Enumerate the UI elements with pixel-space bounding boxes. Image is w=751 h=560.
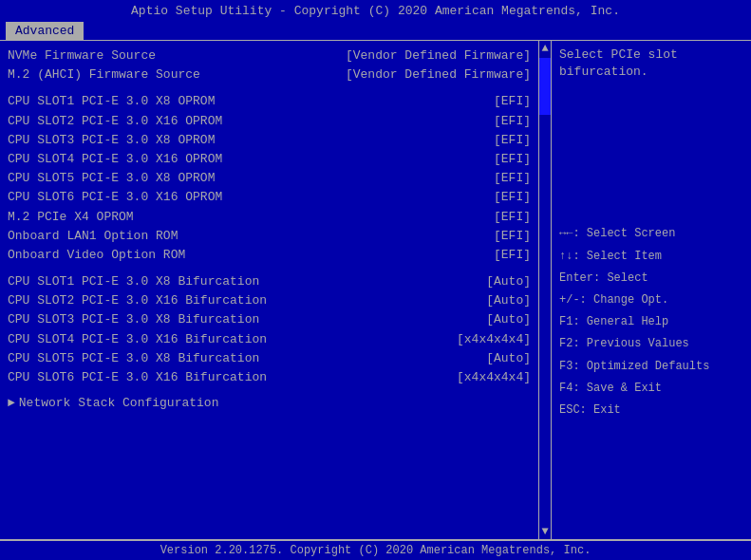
menu-label-1: M.2 (AHCI) Firmware Source [8, 66, 200, 84]
tab-advanced[interactable]: Advanced [6, 22, 84, 40]
help-key-2: Enter: Select [559, 270, 743, 288]
menu-label-6: CPU SLOT4 PCI-E 3.0 X16 OPROM [8, 151, 222, 168]
menu-value-9: [EFI] [494, 209, 531, 226]
help-key-5: F2: Previous Values [559, 335, 743, 353]
menu-row-18[interactable]: CPU SLOT6 PCI-E 3.0 X16 Bifurcation[x4x4… [8, 368, 531, 387]
menu-row-15[interactable]: CPU SLOT3 PCI-E 3.0 X8 Bifurcation[Auto] [8, 310, 531, 329]
scrollbar[interactable]: ▲ ▼ [538, 41, 552, 539]
menu-label-10: Onboard LAN1 Option ROM [8, 228, 178, 245]
menu-value-7: [EFI] [494, 170, 531, 187]
menu-row-8[interactable]: CPU SLOT6 PCI-E 3.0 X16 OPROM[EFI] [8, 188, 531, 207]
menu-spacer-12 [8, 265, 531, 272]
menu-value-6: [EFI] [494, 151, 531, 168]
menu-row-6[interactable]: CPU SLOT4 PCI-E 3.0 X16 OPROM[EFI] [8, 150, 531, 169]
help-text: Select PCIe slot bifurcation. [559, 47, 743, 81]
menu-value-17: [Auto] [486, 350, 531, 367]
menu-row-7[interactable]: CPU SLOT5 PCI-E 3.0 X8 OPROM[EFI] [8, 169, 531, 188]
menu-row-4[interactable]: CPU SLOT2 PCI-E 3.0 X16 OPROM[EFI] [8, 112, 531, 131]
menu-label-7: CPU SLOT5 PCI-E 3.0 X8 OPROM [8, 170, 215, 187]
menu-label-9: M.2 PCIe X4 OPROM [8, 209, 134, 226]
menu-label-15: CPU SLOT3 PCI-E 3.0 X8 Bifurcation [8, 311, 259, 328]
help-keys-area: ↔←: Select Screen↑↓: Select ItemEnter: S… [559, 88, 743, 420]
menu-row-16[interactable]: CPU SLOT4 PCI-E 3.0 X16 Bifurcation[x4x4… [8, 330, 531, 349]
title-text: Aptio Setup Utility - Copyright (C) 2020… [131, 4, 620, 18]
menu-label-11: Onboard Video Option ROM [8, 247, 185, 264]
help-key-0: ↔←: Select Screen [559, 225, 743, 243]
menu-label-4: CPU SLOT2 PCI-E 3.0 X16 OPROM [8, 113, 222, 130]
menu-label-14: CPU SLOT2 PCI-E 3.0 X16 Bifurcation [8, 292, 267, 309]
help-key-3: +/-: Change Opt. [559, 291, 743, 309]
help-key-1: ↑↓: Select Item [559, 248, 743, 266]
menu-label-13: CPU SLOT1 PCI-E 3.0 X8 Bifurcation [8, 273, 259, 290]
menu-value-14: [Auto] [486, 292, 531, 309]
menu-row-5[interactable]: CPU SLOT3 PCI-E 3.0 X8 OPROM[EFI] [8, 131, 531, 150]
menu-row-10[interactable]: Onboard LAN1 Option ROM[EFI] [8, 227, 531, 246]
left-panel: NVMe Firmware Source[Vendor Defined Firm… [0, 41, 538, 539]
menu-spacer-19 [8, 387, 531, 395]
menu-label-3: CPU SLOT1 PCI-E 3.0 X8 OPROM [8, 93, 215, 110]
submenu-label: Network Stack Configuration [19, 396, 219, 410]
title-bar: Aptio Setup Utility - Copyright (C) 2020… [0, 0, 751, 20]
menu-value-16: [x4x4x4x4] [457, 331, 531, 348]
tab-bar: Advanced [0, 20, 751, 40]
menu-label-0: NVMe Firmware Source [8, 47, 156, 65]
help-key-7: F4: Save & Exit [559, 380, 743, 398]
footer: Version 2.20.1275. Copyright (C) 2020 Am… [0, 540, 751, 560]
menu-row-0[interactable]: NVMe Firmware Source[Vendor Defined Firm… [8, 47, 531, 65]
menu-value-0: [Vendor Defined Firmware] [346, 47, 531, 65]
scroll-thumb[interactable] [539, 58, 551, 115]
menu-row-3[interactable]: CPU SLOT1 PCI-E 3.0 X8 OPROM[EFI] [8, 92, 531, 111]
menu-label-17: CPU SLOT5 PCI-E 3.0 X8 Bifurcation [8, 350, 259, 367]
menu-value-10: [EFI] [494, 228, 531, 245]
submenu-arrow: ► [8, 396, 15, 410]
menu-value-11: [EFI] [494, 247, 531, 264]
menu-value-4: [EFI] [494, 113, 531, 130]
menu-row-11[interactable]: Onboard Video Option ROM[EFI] [8, 246, 531, 265]
menu-label-18: CPU SLOT6 PCI-E 3.0 X16 Bifurcation [8, 369, 267, 386]
menu-row-1[interactable]: M.2 (AHCI) Firmware Source[Vendor Define… [8, 65, 531, 84]
menu-spacer-2 [8, 84, 531, 92]
menu-value-8: [EFI] [494, 189, 531, 206]
menu-value-13: [Auto] [486, 273, 531, 290]
menu-row-17[interactable]: CPU SLOT5 PCI-E 3.0 X8 Bifurcation[Auto] [8, 349, 531, 368]
help-key-6: F3: Optimized Defaults [559, 358, 743, 376]
submenu-row-20[interactable]: ►Network Stack Configuration [8, 395, 531, 411]
footer-text: Version 2.20.1275. Copyright (C) 2020 Am… [160, 544, 591, 557]
menu-label-16: CPU SLOT4 PCI-E 3.0 X16 Bifurcation [8, 331, 267, 348]
right-panel: Select PCIe slot bifurcation. ↔←: Select… [552, 41, 751, 539]
menu-value-3: [EFI] [494, 93, 531, 110]
menu-row-13[interactable]: CPU SLOT1 PCI-E 3.0 X8 Bifurcation[Auto] [8, 272, 531, 291]
scroll-down-arrow[interactable]: ▼ [538, 524, 552, 539]
scroll-up-arrow[interactable]: ▲ [538, 41, 552, 56]
menu-value-18: [x4x4x4x4] [457, 369, 531, 386]
menu-label-8: CPU SLOT6 PCI-E 3.0 X16 OPROM [8, 189, 222, 206]
menu-row-14[interactable]: CPU SLOT2 PCI-E 3.0 X16 Bifurcation[Auto… [8, 291, 531, 310]
main-content: NVMe Firmware Source[Vendor Defined Firm… [0, 40, 751, 540]
menu-row-9[interactable]: M.2 PCIe X4 OPROM[EFI] [8, 208, 531, 227]
menu-value-15: [Auto] [486, 311, 531, 328]
menu-value-5: [EFI] [494, 132, 531, 149]
help-key-4: F1: General Help [559, 313, 743, 331]
menu-value-1: [Vendor Defined Firmware] [346, 66, 531, 84]
menu-label-5: CPU SLOT3 PCI-E 3.0 X8 OPROM [8, 132, 215, 149]
help-key-8: ESC: Exit [559, 401, 743, 420]
